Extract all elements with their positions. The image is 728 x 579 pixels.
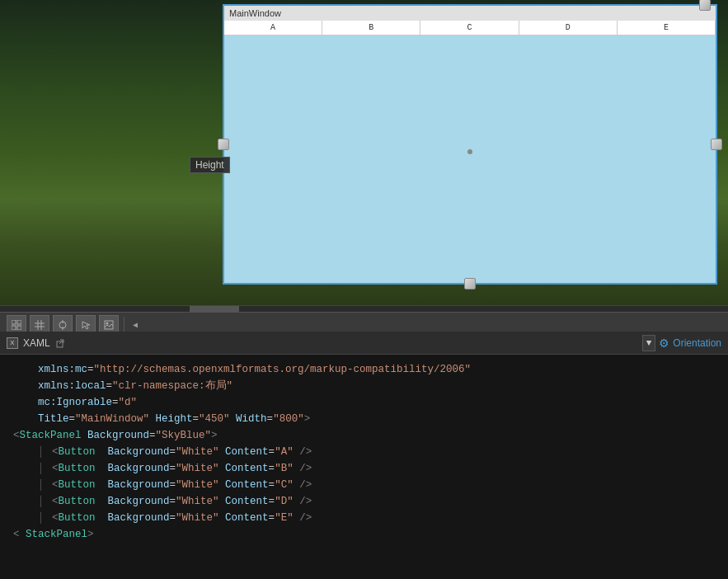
svg-rect-2 xyxy=(12,326,16,330)
button-b[interactable]: B xyxy=(322,21,420,35)
scrollbar-area[interactable] xyxy=(0,305,728,312)
button-a[interactable]: A xyxy=(224,21,322,35)
image-icon xyxy=(104,320,114,330)
external-link-icon xyxy=(55,338,65,348)
center-dot xyxy=(467,149,472,154)
design-surface[interactable]: MainWindow A B C D E xyxy=(223,4,717,285)
xaml-tab[interactable]: X XAML xyxy=(7,337,65,349)
svg-rect-1 xyxy=(17,320,21,324)
code-line-1: xmlns:mc="http://schemas.openxmlformats.… xyxy=(13,361,715,378)
cursor-icon xyxy=(81,320,91,330)
buttons-row: A B C D E xyxy=(224,21,716,35)
orientation-dropdown[interactable]: ▼ xyxy=(642,335,656,351)
grid-icon xyxy=(12,320,21,330)
svg-marker-11 xyxy=(82,322,90,329)
code-line-11: < StackPanel> xyxy=(13,526,715,543)
orientation-area: ▼ ⚙ Orientation xyxy=(642,335,721,351)
svg-rect-3 xyxy=(17,326,21,330)
resize-handle-bottom[interactable] xyxy=(464,278,476,290)
code-line-8: │ <Button Background="White" Content="C"… xyxy=(13,477,715,493)
svg-rect-0 xyxy=(12,320,16,324)
resize-handle-right[interactable] xyxy=(711,139,722,150)
resize-handle-left[interactable] xyxy=(218,139,229,150)
code-line-7: │ <Button Background="White" Content="B"… xyxy=(13,460,715,477)
svg-point-13 xyxy=(106,322,109,325)
button-e[interactable]: E xyxy=(618,21,716,35)
code-line-4: Title="MainWindow" Height="450" Width="8… xyxy=(13,411,715,427)
snap-icon xyxy=(58,320,68,330)
xaml-tab-icon: X xyxy=(7,337,18,349)
xaml-tab-label: XAML xyxy=(23,337,50,349)
code-line-5: <StackPanel Background="SkyBlue"> xyxy=(13,427,715,444)
xaml-code-area[interactable]: xmlns:mc="http://schemas.openxmlformats.… xyxy=(0,355,728,549)
button-c[interactable]: C xyxy=(420,21,519,35)
button-d[interactable]: D xyxy=(519,21,618,35)
design-surface-content: A B C D E xyxy=(224,21,716,283)
dropdown-arrow: ▼ xyxy=(646,338,652,348)
design-surface-title-text: MainWindow xyxy=(229,8,281,18)
grid2-icon xyxy=(35,320,45,330)
xaml-header: X XAML ▼ ⚙ Orientation xyxy=(0,332,728,355)
xaml-panel: X XAML ▼ ⚙ Orientation xmlns:mc="http://… xyxy=(0,332,728,579)
height-label: Height xyxy=(190,157,230,173)
gear-icon: ⚙ xyxy=(659,337,669,350)
design-surface-titlebar: MainWindow xyxy=(224,6,716,21)
code-line-6: │ <Button Background="White" Content="A"… xyxy=(13,444,715,460)
code-line-10: │ <Button Background="White" Content="E"… xyxy=(13,510,715,526)
design-canvas: MainWindow A B C D E Height xyxy=(0,0,728,305)
resize-handle-top[interactable] xyxy=(699,0,711,11)
code-line-3: mc:Ignorable="d" xyxy=(13,394,715,411)
orientation-label: ⚙ Orientation xyxy=(659,337,721,350)
toolbar-separator xyxy=(124,317,124,333)
code-line-9: │ <Button Background="White" Content="D"… xyxy=(13,493,715,510)
orientation-text: Orientation xyxy=(673,337,721,349)
code-line-2: xmlns:local="clr-namespace:布局" xyxy=(13,378,715,394)
svg-rect-14 xyxy=(57,341,63,347)
